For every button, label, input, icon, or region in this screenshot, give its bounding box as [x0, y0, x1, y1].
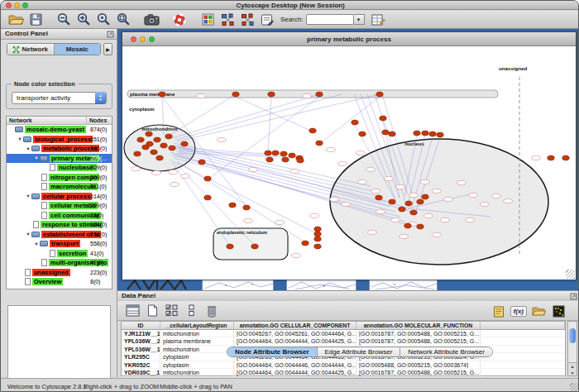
tab-network[interactable]: Network [7, 44, 55, 55]
graph-node[interactable] [268, 92, 275, 97]
tree-row[interactable]: mosaic-demo-yeast874(0) [7, 125, 112, 135]
table-row[interactable]: YPL036W__2plasma membrane[GO:0044464, GO… [122, 337, 565, 346]
vizmapper-icon[interactable] [198, 12, 218, 28]
graph-node[interactable] [232, 92, 239, 97]
graph-node[interactable] [137, 137, 144, 142]
graph-node[interactable] [376, 195, 382, 200]
graph-node[interactable] [548, 155, 554, 160]
graph-node[interactable] [282, 157, 289, 162]
tree-expander-icon[interactable]: ▼ [25, 194, 31, 198]
tree-row[interactable]: cellular metabo209(0) [7, 201, 112, 211]
graph-node[interactable] [227, 244, 233, 249]
graph-node[interactable] [417, 199, 423, 204]
graph-node[interactable] [302, 241, 309, 246]
tree-row[interactable]: multi-organism pro42(0) [7, 258, 112, 268]
select-attributes-icon[interactable] [162, 303, 182, 319]
tree-expander-icon[interactable]: ▼ [33, 155, 40, 160]
graph-node[interactable] [272, 151, 279, 155]
tree-row[interactable]: unassigned223(0) [7, 268, 112, 278]
graph-node[interactable] [204, 195, 211, 200]
graph-node[interactable] [314, 232, 321, 237]
column-nodes[interactable]: Nodes [87, 117, 112, 124]
column-header[interactable]: _cellularLayoutRegion [160, 322, 234, 329]
tree-row[interactable]: macromolecule311(0) [7, 182, 112, 192]
graph-node[interactable] [316, 141, 323, 146]
graph-node[interactable] [251, 244, 258, 249]
graph-node[interactable] [316, 92, 323, 97]
graph-node[interactable] [169, 146, 175, 151]
graph-node[interactable] [314, 244, 321, 249]
app-resize-grip[interactable] [570, 383, 578, 391]
column-header[interactable]: ID [122, 322, 160, 329]
tree-expander-icon[interactable]: ▼ [33, 241, 40, 246]
tree-row[interactable]: ▼metabolic process280(0) [7, 144, 112, 154]
graph-node[interactable] [399, 207, 405, 212]
tree-row[interactable]: cell communicat22(0) [7, 211, 112, 221]
column-header[interactable]: annotation.GO CELLULAR_COMPONENT [234, 322, 356, 329]
graph-node[interactable] [159, 92, 165, 97]
graph-node[interactable] [134, 151, 141, 156]
tree-row[interactable]: response to stimulu264(0) [7, 220, 112, 230]
column-header[interactable]: annotation.GO MOLECULAR_FUNCTION [356, 322, 481, 329]
graph-node[interactable] [146, 141, 153, 146]
graph-node[interactable] [562, 155, 569, 160]
network-window-titlebar[interactable]: primary metabolic process [122, 32, 576, 46]
network-canvas[interactable]: plasma membranecytoplasmmitochondrionnuc… [122, 47, 576, 280]
graph-node[interactable] [422, 131, 428, 136]
graph-node[interactable] [389, 131, 395, 136]
help-icon[interactable] [170, 12, 189, 28]
graph-node[interactable] [266, 157, 273, 162]
graph-node[interactable] [410, 210, 417, 215]
float-panel-icon[interactable] [107, 31, 114, 38]
tab-edge-attribute-browser[interactable]: Edge Attribute Browser [318, 347, 401, 356]
network-view-window[interactable]: primary metabolic process plasma membran… [122, 31, 577, 280]
table-row[interactable]: YJR121W__1mitochondrion[GO:0045267, GO:0… [122, 330, 565, 338]
table-edit-icon[interactable] [369, 12, 389, 28]
graph-node[interactable] [422, 194, 428, 199]
graph-node[interactable] [382, 130, 389, 135]
tab-overflow-button[interactable]: ▶ [103, 43, 112, 55]
tree-row[interactable]: ▼transport558(0) [7, 239, 112, 249]
graph-node[interactable] [437, 132, 443, 137]
graph-node[interactable] [151, 150, 157, 155]
graph-node[interactable] [156, 155, 163, 160]
table-row[interactable]: YDR039C__1mitochondrion[GO:0044464, GO:0… [122, 369, 565, 377]
delete-attribute-icon[interactable] [202, 303, 222, 319]
save-session-icon[interactable] [26, 12, 45, 28]
tab-node-attribute-browser[interactable]: Node Attribute Browser [227, 347, 318, 356]
graph-node[interactable] [405, 201, 412, 206]
tab-network-attribute-browser[interactable]: Network Attribute Browser [400, 347, 491, 356]
tree-row[interactable]: nitrogen compo209(0) [7, 173, 112, 183]
search-input[interactable] [306, 14, 354, 25]
node-color-dropdown[interactable]: transporter activity ▲▼ [12, 92, 107, 104]
graph-node[interactable] [160, 143, 167, 148]
new-attribute-icon[interactable] [142, 303, 162, 319]
tree-row[interactable]: ▼primary metabo209(... [7, 154, 112, 164]
tree-row[interactable]: nucleobase-209(0) [7, 163, 112, 173]
zoom-out-icon[interactable] [54, 12, 74, 28]
tree-row[interactable]: Overview8(0) [7, 277, 112, 287]
graph-node[interactable] [243, 205, 250, 210]
graph-node[interactable] [314, 237, 321, 241]
tree-row[interactable]: ▼biological_process651(0) [7, 135, 112, 145]
scrollbar-arrows-icon[interactable]: ▲▼ [568, 362, 577, 375]
tree-row[interactable]: secretion41(0) [7, 249, 112, 259]
graph-node[interactable] [229, 203, 236, 208]
graph-node[interactable] [314, 227, 321, 232]
graph-node[interactable] [199, 160, 205, 165]
zoom-selected-icon[interactable] [93, 12, 113, 28]
tree-expander-icon[interactable]: ▼ [25, 232, 31, 237]
network-filter-blue-icon[interactable] [218, 12, 237, 28]
graph-node[interactable] [376, 92, 383, 97]
unselect-attributes-icon[interactable] [182, 303, 202, 319]
network-filter-red-icon[interactable] [237, 12, 257, 28]
search-dropdown-icon[interactable]: ▼ [354, 14, 365, 25]
import-attributes-icon[interactable] [529, 303, 548, 319]
table-row[interactable]: YKR052Ccytoplasm[GO:0044464, GO:0044446,… [122, 361, 565, 370]
graph-node[interactable] [265, 151, 271, 155]
graph-node[interactable] [165, 134, 172, 139]
graph-node[interactable] [154, 137, 160, 142]
notes-icon[interactable] [489, 303, 509, 319]
table-scrollbar[interactable]: ▲▼ [567, 321, 577, 376]
graph-node[interactable] [417, 224, 423, 229]
